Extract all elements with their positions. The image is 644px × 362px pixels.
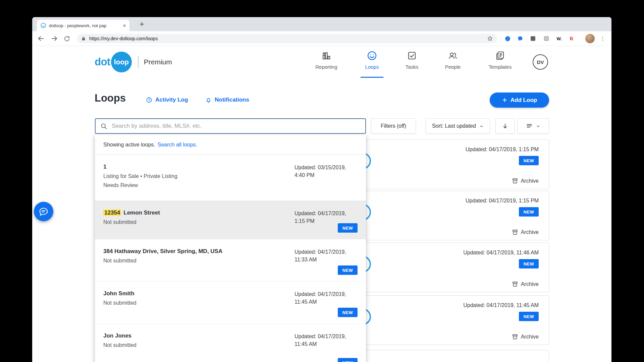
- nav-templates-label: Templates: [482, 64, 519, 70]
- extension-w-icon[interactable]: W.: [556, 35, 562, 42]
- plus-icon: [502, 97, 507, 103]
- nav-reporting-label: Reporting: [308, 64, 345, 70]
- search-input[interactable]: [111, 122, 361, 130]
- back-icon[interactable]: [37, 35, 45, 43]
- plan-label: Premium: [144, 58, 172, 66]
- user-avatar[interactable]: DV: [533, 54, 548, 70]
- archive-icon: [512, 178, 518, 184]
- notifications-label: Notifications: [215, 97, 249, 103]
- new-badge: NEW: [519, 207, 539, 217]
- nav-templates[interactable]: Templates: [482, 46, 519, 78]
- result-updated: Updated: 03/15/2019, 4:40 PM: [294, 164, 346, 179]
- reload-icon[interactable]: [63, 35, 70, 42]
- templates-icon: [495, 51, 505, 61]
- arrow-down-icon: [502, 123, 508, 129]
- add-loop-button[interactable]: Add Loop: [490, 93, 549, 108]
- dotloop-app: dot loop Premium Reporting Loops: [32, 46, 611, 362]
- loop-updated-text: Updated: 04/17/2019, 11:45 AM: [463, 302, 539, 308]
- new-badge: NEW: [338, 358, 358, 362]
- extension-r-icon[interactable]: R: [568, 35, 575, 42]
- loops-icon: [367, 51, 377, 61]
- filters-button[interactable]: Filters (off): [371, 118, 416, 134]
- loop-card[interactable]: Updated: 04/17/2019, 1:15 PM NEW Archive: [353, 139, 549, 189]
- screen: dotloop - peoplework, not pap × + https:…: [0, 0, 644, 362]
- archive-label: Archive: [521, 281, 539, 287]
- chat-fab-button[interactable]: [34, 202, 53, 221]
- result-updated: Updated: 04/17/2019, 11:45 AM: [294, 290, 346, 306]
- dotloop-favicon-icon: [40, 22, 46, 28]
- nav-tasks[interactable]: Tasks: [393, 46, 430, 78]
- extension-chat-icon[interactable]: [517, 35, 524, 42]
- loop-card-partial[interactable]: [353, 350, 549, 362]
- notifications-link[interactable]: Notifications: [205, 94, 249, 106]
- loop-updated-text: Updated: 04/17/2019, 11:46 AM: [463, 250, 539, 256]
- search-result-item[interactable]: 384 Hathaway Drive, Silver Spring, MD, U…: [95, 239, 366, 281]
- bookmark-star-icon[interactable]: [487, 36, 493, 42]
- new-badge: NEW: [338, 308, 358, 317]
- new-badge: NEW: [338, 223, 358, 233]
- url-text[interactable]: https://my.dev-dotloop.com/loops: [89, 36, 487, 41]
- nav-people[interactable]: People: [434, 46, 471, 78]
- archive-label: Archive: [521, 229, 539, 235]
- new-badge: NEW: [519, 156, 539, 165]
- filters-label: Filters (off): [381, 123, 406, 129]
- search-result-item-selected[interactable]: 12354Lemon Street Not submitted Updated:…: [95, 200, 366, 239]
- loop-card[interactable]: Updated: 04/17/2019, 1:15 PM NEW Archive: [353, 191, 549, 240]
- archive-icon: [512, 334, 518, 340]
- nav-reporting[interactable]: Reporting: [308, 46, 345, 78]
- search-results-dropdown: Showing active loops. Search all loops. …: [95, 135, 366, 362]
- archive-button[interactable]: Archive: [512, 178, 539, 184]
- loop-card[interactable]: Updated: 04/17/2019, 11:46 AM NEW Archiv…: [353, 243, 549, 292]
- tasks-icon: [407, 51, 417, 61]
- result-updated: Updated: 04/17/2019, 1:15 PM: [294, 209, 346, 225]
- new-badge: NEW: [338, 265, 358, 275]
- search-all-loops-link[interactable]: Search all loops.: [158, 142, 197, 148]
- active-tab-underline: [361, 77, 383, 78]
- people-icon: [448, 51, 458, 61]
- results-summary: Showing active loops. Search all loops.: [95, 135, 366, 155]
- search-box[interactable]: [95, 118, 366, 134]
- sort-direction-button[interactable]: [495, 118, 515, 134]
- dotloop-logo[interactable]: dot loop Premium: [95, 51, 172, 73]
- chevron-down-icon: [479, 124, 484, 128]
- archive-label: Archive: [521, 334, 539, 340]
- browser-menu-icon[interactable]: ⋮: [600, 35, 605, 43]
- activity-log-link[interactable]: Activity Log: [146, 94, 188, 106]
- lock-icon: [81, 36, 86, 41]
- logo-divider: [138, 56, 139, 68]
- view-toggle-button[interactable]: [517, 118, 549, 134]
- add-loop-label: Add Loop: [511, 97, 537, 104]
- chevron-down-icon: [536, 124, 540, 128]
- browser-toolbar: https://my.dev-dotloop.com/loops W. R ⋮: [32, 31, 611, 46]
- new-tab-button[interactable]: +: [137, 19, 147, 29]
- browser-window: dotloop - peoplework, not pap × + https:…: [32, 17, 611, 362]
- showing-active-loops-text: Showing active loops.: [103, 142, 155, 148]
- archive-icon: [512, 281, 518, 287]
- archive-button[interactable]: Archive: [512, 334, 539, 340]
- browser-tab[interactable]: dotloop - peoplework, not pap ×: [37, 20, 129, 31]
- tab-close-icon[interactable]: ×: [123, 23, 126, 28]
- extension-blue-dot-icon[interactable]: [504, 35, 511, 42]
- loop-card[interactable]: Updated: 04/17/2019, 11:45 AM NEW Archiv…: [353, 295, 549, 345]
- search-result-item[interactable]: John Smith Not submitted Updated: 04/17/…: [95, 281, 366, 323]
- nav-loops[interactable]: Loops: [354, 46, 390, 78]
- new-badge: NEW: [519, 259, 539, 268]
- search-result-item[interactable]: Jon Jones Not submitted Updated: 04/17/2…: [95, 323, 366, 362]
- nav-people-label: People: [434, 64, 471, 70]
- nav-loops-label: Loops: [354, 64, 390, 70]
- new-badge: NEW: [519, 312, 539, 321]
- archive-button[interactable]: Archive: [512, 281, 539, 287]
- browser-profile-avatar[interactable]: [585, 34, 595, 43]
- address-bar[interactable]: https://my.dev-dotloop.com/loops: [77, 34, 497, 43]
- sort-button[interactable]: Sort: Last updated: [426, 118, 490, 134]
- archive-button[interactable]: Archive: [512, 229, 539, 235]
- reporting-icon: [321, 51, 331, 61]
- tab-strip: dotloop - peoplework, not pap × +: [32, 17, 611, 31]
- forward-icon[interactable]: [50, 35, 58, 43]
- search-result-item[interactable]: 1 Listing for Sale • Private Listing Nee…: [95, 155, 366, 200]
- extension-grid-icon[interactable]: [543, 35, 550, 42]
- extension-dark-square-icon[interactable]: [530, 35, 536, 42]
- result-updated: Updated: 04/17/2019, 11:33 AM: [294, 248, 346, 263]
- clock-icon: [146, 97, 152, 103]
- sort-label: Sort: Last updated: [432, 123, 476, 129]
